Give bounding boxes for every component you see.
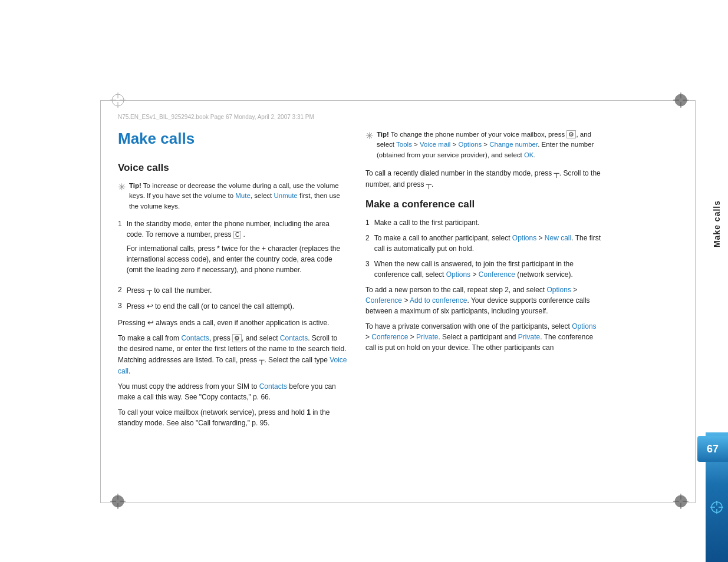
sidebar-label: Make calls [712,200,722,247]
sim-contacts-link[interactable]: Contacts [259,382,287,391]
page-title: Make calls [118,130,348,148]
step-2-num: 2 [118,285,122,296]
sim-para: You must copy the address from your SIM … [118,381,348,402]
conference-steps-list: 1 Make a call to the first participant. … [365,217,601,280]
options-link-tip[interactable]: Options [459,141,482,148]
crosshair-tr [672,91,690,109]
private-link-1[interactable]: Private [416,333,438,341]
step-3: 3 Press ↩ to end the call (or to cancel … [118,300,348,312]
options-link-conf3[interactable]: Options [446,270,470,279]
private-conference-link[interactable]: Conference [371,333,408,341]
step-3-num: 3 [118,300,122,312]
new-call-link[interactable]: New call [545,234,571,242]
tip-icon-1: ✳ [118,181,126,193]
step-3-content: Press ↩ to end the call (or to cancel th… [127,300,348,312]
tip-text-1: Tip! To increase or decrease the volume … [129,181,348,211]
voice-steps-list: 1 In the standby mode, enter the phone n… [118,219,348,312]
contacts-link-2[interactable]: Contacts [280,334,308,342]
crosshair-br [672,492,690,510]
page-number-box: 67 [697,436,728,462]
main-content: Make calls Voice calls ✳ Tip! To increas… [118,130,601,530]
conf-step-1-content: Make a call to the first participant. [374,217,601,228]
sidebar-text-area: Make calls [706,0,728,448]
add-options-link[interactable]: Options [547,286,571,294]
ok-link[interactable]: OK [524,151,534,158]
recently-dialed-para: To call a recently dialed number in the … [365,167,601,190]
voicemail-link[interactable]: Voice mail [420,141,450,148]
voicemail-para: To call your voice mailbox (network serv… [118,407,348,428]
step-1: 1 In the standby mode, enter the phone n… [118,219,348,280]
conf-step-2-num: 2 [365,233,370,254]
border-left [100,100,101,503]
conf-step-2-content: To make a call to another participant, s… [374,233,601,254]
section-conference: Make a conference call [365,199,601,210]
right-column: ✳ Tip! To change the phone number of you… [365,130,601,358]
tip-block-2: ✳ Tip! To change the phone number of you… [365,130,601,160]
tip-icon-2: ✳ [365,130,373,141]
change-number-link[interactable]: Change number [489,141,538,148]
conf-step-1: 1 Make a call to the first participant. [365,217,601,228]
conf-step-1-num: 1 [365,217,370,228]
tip-text-2: Tip! To change the phone number of your … [377,130,601,160]
unmute-link[interactable]: Unmute [274,192,297,199]
step-1-subpara: For international calls, press * twice f… [127,243,348,275]
conf-step-3-content: When the new call is answered, to join t… [374,259,601,280]
mute-link[interactable]: Mute [235,192,251,199]
file-info: N75.EN_ESv1_BIL_9252942.book Page 67 Mon… [118,114,314,120]
crosshair-tl [109,91,127,109]
step-2: 2 Press ┬ to call the number. [118,285,348,296]
crosshair-sidebar-bottom [709,500,724,515]
step-1-content: In the standby mode, enter the phone num… [127,219,348,280]
conf-step-3: 3 When the new call is answered, to join… [365,259,601,280]
private-para: To have a private conversation with one … [365,321,601,353]
add-to-conference-link[interactable]: Add to conference [410,296,467,305]
private-link-2[interactable]: Private [518,333,540,341]
step-2-content: Press ┬ to call the number. [127,285,348,296]
conf-step-3-num: 3 [365,259,370,280]
left-column: Make calls Voice calls ✳ Tip! To increas… [118,130,348,433]
private-options-link[interactable]: Options [572,322,596,330]
step-1-num: 1 [118,219,122,280]
pressing-para: Pressing ↩ always ends a call, even if a… [118,317,348,329]
contacts-para-1: To make a call from Contacts, press ⚙, a… [118,333,348,376]
contacts-link-1[interactable]: Contacts [181,334,209,342]
page-container: N75.EN_ESv1_BIL_9252942.book Page 67 Mon… [0,0,728,562]
page-number: 67 [707,443,719,455]
add-conference-link[interactable]: Conference [365,296,402,305]
conference-link[interactable]: Conference [479,270,515,279]
tip-block-1: ✳ Tip! To increase or decrease the volum… [118,181,348,211]
border-right [695,100,696,503]
border-top [100,100,696,101]
conf-step-2: 2 To make a call to another participant,… [365,233,601,254]
tools-link[interactable]: Tools [396,141,412,148]
voice-call-link[interactable]: Voice call [118,356,347,375]
section-voice-calls: Voice calls [118,162,348,174]
options-link-conf2[interactable]: Options [512,234,536,242]
add-person-para: To add a new person to the call, repeat … [365,285,601,316]
